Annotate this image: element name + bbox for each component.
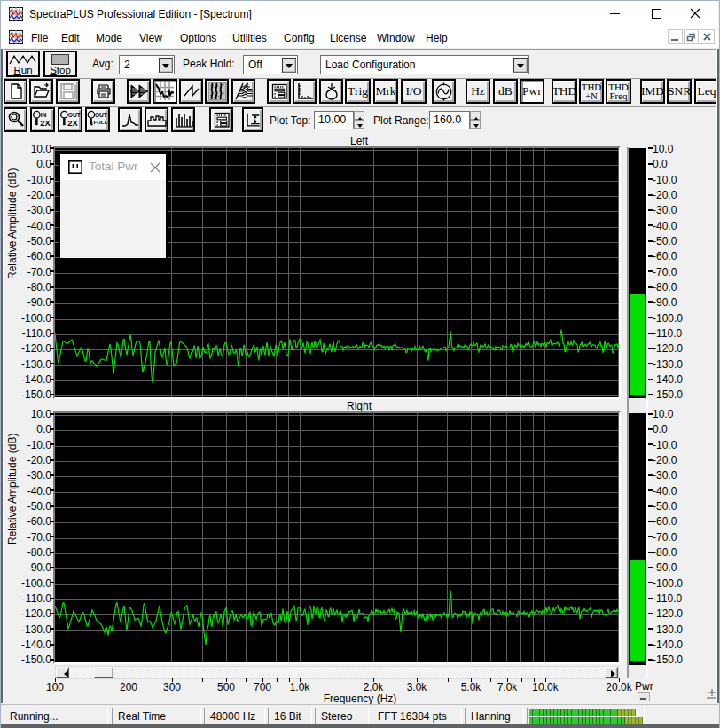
svg-text:OUT: OUT [95,112,107,118]
svg-text:2X: 2X [40,119,51,128]
svg-text:FULL: FULL [94,119,108,125]
svg-text:OUT: OUT [68,112,81,118]
svg-text:IN: IN [41,112,47,118]
svg-text:2X: 2X [67,119,78,128]
